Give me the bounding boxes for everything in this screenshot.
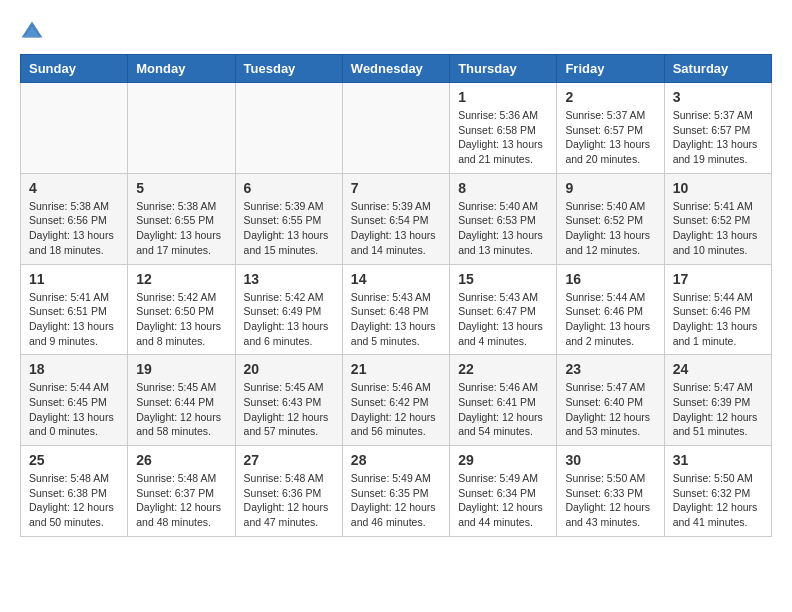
calendar-cell: 27Sunrise: 5:48 AM Sunset: 6:36 PM Dayli… xyxy=(235,446,342,537)
day-number: 29 xyxy=(458,452,548,468)
day-info: Sunrise: 5:50 AM Sunset: 6:33 PM Dayligh… xyxy=(565,471,655,530)
calendar-cell: 16Sunrise: 5:44 AM Sunset: 6:46 PM Dayli… xyxy=(557,264,664,355)
calendar-cell: 15Sunrise: 5:43 AM Sunset: 6:47 PM Dayli… xyxy=(450,264,557,355)
day-info: Sunrise: 5:45 AM Sunset: 6:43 PM Dayligh… xyxy=(244,380,334,439)
day-info: Sunrise: 5:44 AM Sunset: 6:46 PM Dayligh… xyxy=(565,290,655,349)
calendar-cell: 26Sunrise: 5:48 AM Sunset: 6:37 PM Dayli… xyxy=(128,446,235,537)
day-info: Sunrise: 5:47 AM Sunset: 6:39 PM Dayligh… xyxy=(673,380,763,439)
day-info: Sunrise: 5:37 AM Sunset: 6:57 PM Dayligh… xyxy=(565,108,655,167)
day-info: Sunrise: 5:49 AM Sunset: 6:35 PM Dayligh… xyxy=(351,471,441,530)
col-header-monday: Monday xyxy=(128,55,235,83)
calendar-cell: 3Sunrise: 5:37 AM Sunset: 6:57 PM Daylig… xyxy=(664,83,771,174)
day-number: 9 xyxy=(565,180,655,196)
day-number: 21 xyxy=(351,361,441,377)
calendar-cell: 8Sunrise: 5:40 AM Sunset: 6:53 PM Daylig… xyxy=(450,173,557,264)
day-number: 22 xyxy=(458,361,548,377)
day-number: 4 xyxy=(29,180,119,196)
calendar-week-row: 11Sunrise: 5:41 AM Sunset: 6:51 PM Dayli… xyxy=(21,264,772,355)
calendar-cell: 18Sunrise: 5:44 AM Sunset: 6:45 PM Dayli… xyxy=(21,355,128,446)
day-number: 6 xyxy=(244,180,334,196)
day-info: Sunrise: 5:41 AM Sunset: 6:51 PM Dayligh… xyxy=(29,290,119,349)
day-number: 20 xyxy=(244,361,334,377)
day-number: 12 xyxy=(136,271,226,287)
day-number: 15 xyxy=(458,271,548,287)
logo-icon xyxy=(20,20,44,44)
day-number: 10 xyxy=(673,180,763,196)
day-number: 8 xyxy=(458,180,548,196)
calendar-cell xyxy=(235,83,342,174)
calendar-cell: 20Sunrise: 5:45 AM Sunset: 6:43 PM Dayli… xyxy=(235,355,342,446)
day-info: Sunrise: 5:43 AM Sunset: 6:48 PM Dayligh… xyxy=(351,290,441,349)
calendar-cell: 7Sunrise: 5:39 AM Sunset: 6:54 PM Daylig… xyxy=(342,173,449,264)
calendar-cell: 11Sunrise: 5:41 AM Sunset: 6:51 PM Dayli… xyxy=(21,264,128,355)
day-number: 2 xyxy=(565,89,655,105)
day-info: Sunrise: 5:40 AM Sunset: 6:53 PM Dayligh… xyxy=(458,199,548,258)
calendar-cell: 23Sunrise: 5:47 AM Sunset: 6:40 PM Dayli… xyxy=(557,355,664,446)
day-info: Sunrise: 5:39 AM Sunset: 6:54 PM Dayligh… xyxy=(351,199,441,258)
day-number: 3 xyxy=(673,89,763,105)
calendar-cell: 30Sunrise: 5:50 AM Sunset: 6:33 PM Dayli… xyxy=(557,446,664,537)
calendar-cell: 25Sunrise: 5:48 AM Sunset: 6:38 PM Dayli… xyxy=(21,446,128,537)
calendar-cell: 17Sunrise: 5:44 AM Sunset: 6:46 PM Dayli… xyxy=(664,264,771,355)
day-info: Sunrise: 5:48 AM Sunset: 6:36 PM Dayligh… xyxy=(244,471,334,530)
day-info: Sunrise: 5:36 AM Sunset: 6:58 PM Dayligh… xyxy=(458,108,548,167)
page-header xyxy=(20,20,772,44)
day-info: Sunrise: 5:39 AM Sunset: 6:55 PM Dayligh… xyxy=(244,199,334,258)
calendar-week-row: 4Sunrise: 5:38 AM Sunset: 6:56 PM Daylig… xyxy=(21,173,772,264)
col-header-friday: Friday xyxy=(557,55,664,83)
day-info: Sunrise: 5:42 AM Sunset: 6:49 PM Dayligh… xyxy=(244,290,334,349)
calendar-cell: 4Sunrise: 5:38 AM Sunset: 6:56 PM Daylig… xyxy=(21,173,128,264)
col-header-sunday: Sunday xyxy=(21,55,128,83)
day-info: Sunrise: 5:41 AM Sunset: 6:52 PM Dayligh… xyxy=(673,199,763,258)
day-info: Sunrise: 5:45 AM Sunset: 6:44 PM Dayligh… xyxy=(136,380,226,439)
day-number: 23 xyxy=(565,361,655,377)
calendar-cell: 1Sunrise: 5:36 AM Sunset: 6:58 PM Daylig… xyxy=(450,83,557,174)
day-info: Sunrise: 5:37 AM Sunset: 6:57 PM Dayligh… xyxy=(673,108,763,167)
day-number: 24 xyxy=(673,361,763,377)
calendar-cell: 19Sunrise: 5:45 AM Sunset: 6:44 PM Dayli… xyxy=(128,355,235,446)
calendar-cell xyxy=(21,83,128,174)
col-header-tuesday: Tuesday xyxy=(235,55,342,83)
calendar-week-row: 1Sunrise: 5:36 AM Sunset: 6:58 PM Daylig… xyxy=(21,83,772,174)
calendar-header-row: SundayMondayTuesdayWednesdayThursdayFrid… xyxy=(21,55,772,83)
calendar-cell: 24Sunrise: 5:47 AM Sunset: 6:39 PM Dayli… xyxy=(664,355,771,446)
calendar-week-row: 25Sunrise: 5:48 AM Sunset: 6:38 PM Dayli… xyxy=(21,446,772,537)
day-number: 30 xyxy=(565,452,655,468)
day-info: Sunrise: 5:44 AM Sunset: 6:45 PM Dayligh… xyxy=(29,380,119,439)
calendar-cell: 28Sunrise: 5:49 AM Sunset: 6:35 PM Dayli… xyxy=(342,446,449,537)
day-number: 7 xyxy=(351,180,441,196)
day-info: Sunrise: 5:48 AM Sunset: 6:38 PM Dayligh… xyxy=(29,471,119,530)
calendar-week-row: 18Sunrise: 5:44 AM Sunset: 6:45 PM Dayli… xyxy=(21,355,772,446)
day-info: Sunrise: 5:46 AM Sunset: 6:42 PM Dayligh… xyxy=(351,380,441,439)
calendar-cell: 12Sunrise: 5:42 AM Sunset: 6:50 PM Dayli… xyxy=(128,264,235,355)
day-number: 5 xyxy=(136,180,226,196)
calendar-cell: 5Sunrise: 5:38 AM Sunset: 6:55 PM Daylig… xyxy=(128,173,235,264)
day-number: 25 xyxy=(29,452,119,468)
day-number: 28 xyxy=(351,452,441,468)
calendar-cell: 2Sunrise: 5:37 AM Sunset: 6:57 PM Daylig… xyxy=(557,83,664,174)
day-number: 17 xyxy=(673,271,763,287)
day-number: 1 xyxy=(458,89,548,105)
day-info: Sunrise: 5:46 AM Sunset: 6:41 PM Dayligh… xyxy=(458,380,548,439)
calendar-cell xyxy=(128,83,235,174)
day-info: Sunrise: 5:38 AM Sunset: 6:56 PM Dayligh… xyxy=(29,199,119,258)
day-number: 26 xyxy=(136,452,226,468)
col-header-wednesday: Wednesday xyxy=(342,55,449,83)
day-info: Sunrise: 5:38 AM Sunset: 6:55 PM Dayligh… xyxy=(136,199,226,258)
day-info: Sunrise: 5:47 AM Sunset: 6:40 PM Dayligh… xyxy=(565,380,655,439)
day-number: 18 xyxy=(29,361,119,377)
day-number: 27 xyxy=(244,452,334,468)
calendar-cell xyxy=(342,83,449,174)
day-info: Sunrise: 5:40 AM Sunset: 6:52 PM Dayligh… xyxy=(565,199,655,258)
calendar-cell: 6Sunrise: 5:39 AM Sunset: 6:55 PM Daylig… xyxy=(235,173,342,264)
calendar-cell: 14Sunrise: 5:43 AM Sunset: 6:48 PM Dayli… xyxy=(342,264,449,355)
day-info: Sunrise: 5:49 AM Sunset: 6:34 PM Dayligh… xyxy=(458,471,548,530)
logo xyxy=(20,20,48,44)
day-info: Sunrise: 5:44 AM Sunset: 6:46 PM Dayligh… xyxy=(673,290,763,349)
day-number: 14 xyxy=(351,271,441,287)
day-info: Sunrise: 5:43 AM Sunset: 6:47 PM Dayligh… xyxy=(458,290,548,349)
calendar-cell: 13Sunrise: 5:42 AM Sunset: 6:49 PM Dayli… xyxy=(235,264,342,355)
day-number: 31 xyxy=(673,452,763,468)
calendar-cell: 10Sunrise: 5:41 AM Sunset: 6:52 PM Dayli… xyxy=(664,173,771,264)
col-header-saturday: Saturday xyxy=(664,55,771,83)
